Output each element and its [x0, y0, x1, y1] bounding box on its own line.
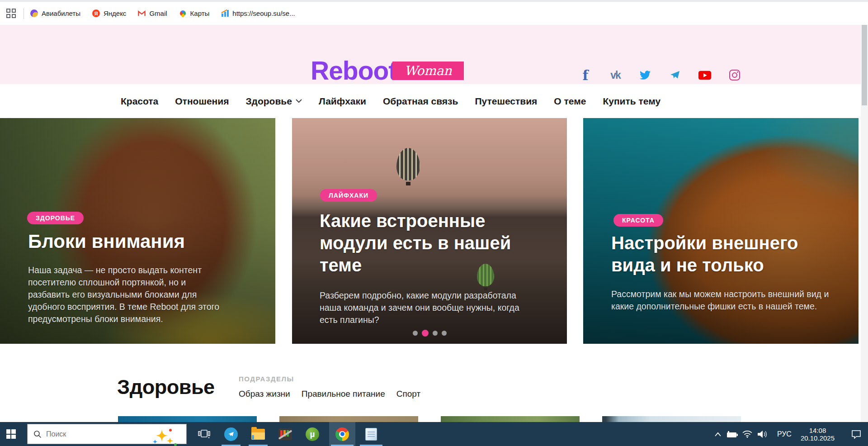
post-title[interactable]: Какие встроенные модули есть в нашей тем…	[320, 210, 532, 276]
nav-item-feedback[interactable]: Обратная связь	[383, 96, 458, 107]
post-thumbnail[interactable]	[279, 416, 418, 422]
taskbar: РУС 14:08 20.10.2025	[0, 422, 868, 446]
post-excerpt: Разберем подробно, какие модули разработ…	[320, 289, 537, 326]
post-excerpt: Наша задача — не просто выдать контент п…	[28, 264, 227, 325]
file-explorer-icon	[251, 429, 265, 440]
post-title[interactable]: Настройки внешнего вида и не только	[611, 232, 815, 276]
gmail-icon	[138, 9, 146, 17]
telegram-icon[interactable]	[668, 68, 682, 82]
search-highlights-sparkles-icon	[149, 427, 178, 446]
taskbar-app-chrome[interactable]	[329, 422, 355, 446]
subsection-link-sport[interactable]: Спорт	[396, 389, 420, 399]
taskbar-app-archive-tool[interactable]	[274, 422, 297, 446]
site-header: О ТЕМЕ НА WPSHOP.RU Reboot Woman Журнал …	[0, 25, 861, 84]
twitter-icon[interactable]	[638, 68, 652, 82]
post-thumbnail[interactable]	[441, 416, 580, 422]
subsection-links: Образ жизни Правильное питание Спорт	[239, 389, 420, 399]
taskbar-app-file-explorer[interactable]	[247, 422, 269, 446]
action-center-icon	[851, 430, 861, 439]
nav-item-buy-theme[interactable]: Купить тему	[603, 96, 660, 107]
windows-logo-icon	[6, 429, 16, 439]
battery-icon	[726, 431, 738, 438]
taskbar-app-notepad[interactable]	[358, 422, 384, 446]
nav-item-krasota[interactable]: Красота	[121, 96, 158, 107]
bookmarks-bar: Авиабилеты Яндекс Gmail Карты https://se…	[0, 2, 868, 25]
globe-icon	[30, 9, 38, 17]
logo-badge[interactable]: Woman	[392, 62, 464, 80]
nav-item-label: Здоровье	[245, 96, 292, 107]
yandex-icon	[92, 9, 100, 17]
analytics-chart-icon	[221, 9, 229, 17]
subsection-link-nutrition[interactable]: Правильное питание	[302, 389, 385, 399]
start-button[interactable]	[0, 422, 22, 446]
hot-air-balloon-large	[396, 148, 420, 185]
facebook-icon[interactable]	[579, 68, 592, 82]
search-input[interactable]	[46, 430, 137, 438]
chevron-down-icon	[296, 99, 302, 103]
youtube-icon[interactable]	[698, 68, 712, 82]
instagram-icon[interactable]	[728, 68, 741, 82]
subsection-link-lifestyle[interactable]: Образ жизни	[239, 389, 290, 399]
site-logo[interactable]: Reboot	[311, 56, 396, 85]
desktop-screen: Авиабилеты Яндекс Gmail Карты https://se…	[0, 0, 868, 446]
bookmark-label: https://seoup.su/se...	[232, 9, 295, 17]
nav-item-lifehacks[interactable]: Лайфхаки	[319, 96, 366, 107]
category-badge[interactable]: КРАСОТА	[613, 214, 663, 227]
bookmark-label: Яндекс	[104, 9, 126, 17]
nav-item-otnosheniya[interactable]: Отношения	[175, 96, 229, 107]
vk-icon[interactable]	[609, 68, 622, 82]
social-links	[579, 68, 741, 82]
battery-indicator[interactable]	[725, 431, 740, 438]
taskbar-app-utorrent[interactable]	[301, 422, 324, 446]
telegram-app-icon	[224, 427, 238, 441]
taskbar-search[interactable]	[27, 424, 187, 444]
task-view-icon	[198, 429, 210, 440]
chrome-icon	[335, 427, 349, 441]
task-view-button[interactable]	[193, 422, 215, 446]
carousel-dot[interactable]	[442, 331, 447, 336]
bookmark-aviabilety[interactable]: Авиабилеты	[30, 9, 80, 17]
language-indicator[interactable]: РУС	[777, 430, 792, 438]
carousel-dot[interactable]	[433, 331, 438, 336]
nav-item-travel[interactable]: Путешествия	[475, 96, 537, 107]
bookmark-gmail[interactable]: Gmail	[138, 9, 167, 17]
category-badge[interactable]: ЛАЙФХАКИ	[320, 189, 377, 202]
bookmark-label: Авиабилеты	[42, 9, 80, 17]
clock-time: 14:08	[801, 427, 835, 434]
maps-pin-icon	[179, 9, 187, 17]
taskbar-app-telegram[interactable]	[220, 422, 242, 446]
post-title[interactable]: Блоки внимания	[28, 230, 185, 253]
chevron-up-icon	[714, 432, 722, 437]
hidden-icons-chevron[interactable]	[711, 432, 725, 437]
clock[interactable]: 14:08 20.10.2025	[801, 427, 835, 442]
page-scrollbar[interactable]	[861, 25, 868, 422]
nav-item-zdorovye[interactable]: Здоровье	[245, 96, 302, 107]
scrollbar-thumb[interactable]	[862, 25, 867, 105]
utorrent-icon	[306, 427, 319, 441]
archive-tool-icon	[278, 428, 292, 440]
bookmark-label: Карты	[190, 9, 210, 17]
apps-grid-icon[interactable]	[6, 9, 16, 19]
speaker-icon	[757, 430, 768, 438]
bookmark-seoup[interactable]: https://seoup.su/se...	[221, 9, 295, 17]
notepad-icon	[365, 428, 377, 441]
action-center-button[interactable]	[844, 430, 868, 439]
volume-indicator[interactable]	[755, 430, 771, 438]
carousel-dot-active[interactable]	[422, 330, 429, 337]
section-title: Здоровье	[117, 375, 215, 399]
carousel-dots	[292, 330, 567, 337]
bookmark-maps[interactable]: Карты	[179, 9, 210, 17]
main-nav: Красота Отношения Здоровье Лайфхаки Обра…	[0, 84, 861, 118]
post-excerpt: Рассмотрим как мы можем настроить внешни…	[611, 288, 837, 313]
nav-item-about[interactable]: О теме	[554, 96, 586, 107]
search-icon	[33, 430, 42, 438]
bookmark-yandex[interactable]: Яндекс	[92, 9, 126, 17]
bookmark-label: Gmail	[149, 9, 167, 17]
post-thumbnail[interactable]	[118, 416, 257, 422]
category-badge[interactable]: ЗДОРОВЬЕ	[27, 212, 84, 224]
subsections-label: ПОДРАЗДЕЛЫ	[239, 375, 294, 383]
wifi-indicator[interactable]	[740, 430, 755, 438]
carousel-dot[interactable]	[413, 331, 418, 336]
system-tray: РУС 14:08 20.10.2025	[711, 422, 868, 446]
post-thumbnail[interactable]	[602, 416, 741, 422]
